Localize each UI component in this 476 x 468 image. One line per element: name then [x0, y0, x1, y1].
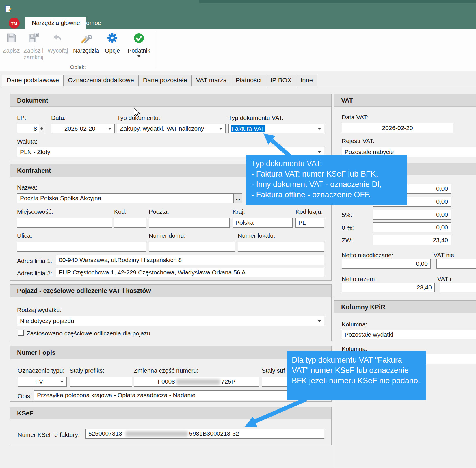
typ-dokumentu-vat-label: Typ dokumentu VAT:	[228, 114, 284, 121]
title-bar	[0, 0, 476, 17]
data-label: Data:	[51, 114, 66, 121]
opis-label: Opis:	[18, 393, 32, 400]
taxpayer-check-icon	[126, 32, 152, 47]
ulica-input[interactable]	[17, 242, 146, 252]
taxpayer-button[interactable]: Podatnik	[126, 32, 152, 57]
vat-nieodliczany-input[interactable]	[436, 259, 476, 269]
pojazd-checkbox-label: Zastosowano częściowe odliczenia dla poj…	[27, 330, 150, 337]
numer-ksef-input[interactable]: 5250007313-5981B3000213-32	[85, 429, 324, 439]
numer-opis-section-header: Numer i opis	[10, 346, 331, 359]
document-edit-icon	[5, 5, 12, 14]
tab-ip-box[interactable]: IP BOX	[266, 75, 296, 86]
undo-icon	[47, 32, 69, 47]
oznaczenie-typu-dropdown[interactable]: FV	[18, 377, 67, 387]
vat-razem-input[interactable]	[440, 283, 476, 292]
tab-vat-marza[interactable]: VAT marża	[191, 75, 231, 86]
kod-kraju-input[interactable]: PL	[295, 218, 324, 228]
staly-sufiks-label: Stały suf	[262, 367, 285, 374]
tab-dane-pozostale[interactable]: Dane pozostałe	[138, 75, 192, 86]
pojazd-section: Pojazd - częściowe odliczenie VAT i kosz…	[10, 284, 332, 341]
pojazd-partial-deduction-checkbox[interactable]	[18, 330, 24, 336]
vat-rate-5-label: 5%:	[342, 211, 352, 218]
kod-label: Kod:	[114, 208, 127, 215]
tab-dane-podstawowe[interactable]: Dane podstawowe	[2, 75, 64, 86]
vat-section-header: VAT	[334, 94, 476, 107]
tab-oznaczenia-dodatkowe[interactable]: Oznaczenia dodatkowe	[63, 75, 139, 86]
lp-input[interactable]: 8	[17, 124, 45, 133]
save-and-close-button[interactable]: Zapisz i zamknij	[22, 32, 45, 61]
redacted-area	[176, 379, 220, 385]
rejestr-vat-label: Rejestr VAT:	[342, 138, 375, 144]
vat-razem-label: VAT r	[437, 276, 452, 283]
kolumna-label: Kolumna:	[342, 321, 367, 328]
numer-domu-input[interactable]	[149, 242, 235, 252]
poczta-label: Poczta:	[149, 208, 169, 215]
vat-rate-5-input[interactable]: 0,00	[373, 210, 451, 220]
ulica-label: Ulica:	[17, 232, 32, 239]
app-menu-button[interactable]: TM	[5, 17, 24, 29]
vat-nieodliczany-label: VAT nie	[434, 252, 454, 259]
adres-linia2-label: Adres linia 2:	[17, 270, 52, 277]
ribbon-group-label: Obiekt	[0, 64, 156, 70]
lp-spinner[interactable]	[39, 124, 45, 133]
vat-rate-zw-label: ZW:	[342, 237, 353, 244]
netto-razem-label: Netto razem:	[342, 276, 376, 283]
tooltip-arrow-vat-type	[259, 129, 299, 161]
kraj-input[interactable]: Polska	[233, 218, 293, 228]
netto-razem-input[interactable]: 23,40	[342, 283, 435, 292]
undo-button[interactable]: Wycofaj	[47, 32, 69, 54]
netto-nieodliczane-input[interactable]: 0,00	[342, 259, 431, 269]
waluta-label: Waluta:	[17, 138, 37, 145]
tools-button[interactable]: Narzędzia	[73, 32, 99, 54]
save-button[interactable]: Zapisz	[2, 32, 21, 54]
adres-linia1-input[interactable]: 00-940 Warszawa, ul.Rodziny Hiszpańskich…	[56, 255, 324, 265]
netto-nieodliczane-label: Netto nieodliczane:	[342, 252, 393, 259]
lp-label: LP:	[17, 114, 26, 121]
rodzaj-wydatku-label: Rodzaj wydatku:	[17, 307, 62, 313]
save-close-icon	[22, 32, 45, 47]
poczta-input[interactable]	[149, 218, 230, 228]
save-icon	[2, 32, 21, 47]
staly-prefiks-label: Stały prefiks:	[70, 367, 104, 374]
kod-kraju-label: Kod kraju:	[295, 208, 323, 215]
typ-dokumentu-dropdown[interactable]: Zakupy, wydatki, VAT naliczony	[117, 124, 226, 133]
nazwa-browse-button[interactable]: ...	[234, 193, 242, 203]
app-logo[interactable]: TM	[9, 18, 20, 29]
tooltip-ksef: Dla typ dokumentu VAT "Fakura VAT" numer…	[287, 351, 426, 400]
numer-opis-section: Numer i opis Oznaczenie typu: Stały pref…	[10, 346, 332, 402]
tooltip-vat-type: Typ dokumentu VAT: - Faktura VAT: numer …	[246, 155, 407, 205]
vat-rate-0-input[interactable]: 0,00	[373, 222, 451, 232]
adres-linia1-label: Adres linia 1:	[17, 257, 52, 264]
tab-inne[interactable]: Inne	[296, 75, 317, 86]
kod-input[interactable]	[114, 218, 146, 228]
nazwa-input[interactable]: Poczta Polska Spółka Akcyjna	[17, 193, 234, 203]
tooltip-arrow-ksef	[241, 395, 310, 430]
kraj-label: Kraj:	[233, 208, 245, 215]
miejscowosc-input[interactable]	[17, 218, 112, 228]
adres-linia2-input[interactable]: FUP Częstochowa 1, 42-229 Częstochowa, W…	[56, 268, 324, 277]
kpir-section-header: Kolumny KPiR	[334, 301, 476, 313]
ribbon-group-divider	[156, 31, 156, 68]
numer-domu-label: Numer domu:	[149, 232, 185, 239]
vat-rate-zw-input[interactable]: 23,40	[373, 235, 451, 245]
titlebar-dark-strip	[199, 0, 476, 3]
nazwa-label: Nazwa:	[17, 184, 37, 191]
ribbon-tab-pomoc[interactable]: Pomoc	[76, 17, 107, 29]
rodzaj-wydatku-dropdown[interactable]: Nie dotyczy pojazdu	[17, 316, 324, 326]
kolumna-dropdown[interactable]: Pozostałe wydatki	[342, 330, 476, 339]
miejscowosc-label: Miejscowość:	[17, 208, 53, 215]
zmienna-czesc-label: Zmienna część numeru:	[134, 367, 198, 374]
zmienna-czesc-input[interactable]: F0008725P	[134, 377, 259, 387]
data-dropdown[interactable]: 2026-02-20	[51, 124, 115, 133]
staly-prefiks-input[interactable]	[70, 377, 132, 387]
numer-lokalu-input[interactable]	[238, 242, 324, 252]
dokument-section-header: Dokument	[10, 94, 331, 107]
tab-platnosci[interactable]: Płatności	[231, 75, 266, 86]
mouse-cursor	[133, 108, 141, 118]
gear-icon	[103, 32, 122, 47]
numer-ksef-label: Numer KSeF e-faktury:	[18, 431, 80, 438]
redacted-area	[126, 431, 188, 437]
options-button[interactable]: Opcje	[103, 32, 122, 54]
chevron-down-icon	[137, 55, 141, 57]
data-vat-input[interactable]: 2026-02-20	[342, 123, 453, 133]
